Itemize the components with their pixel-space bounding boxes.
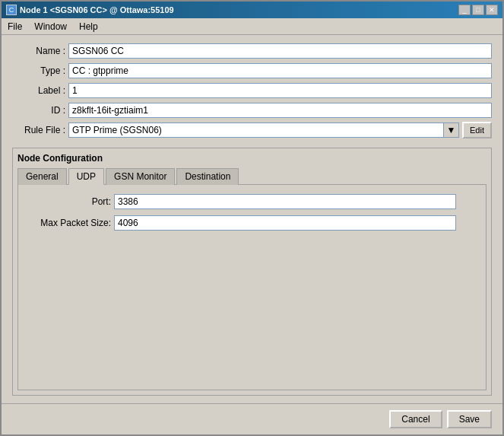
node-config-title: Node Configuration — [17, 153, 487, 164]
menu-help[interactable]: Help — [76, 21, 101, 33]
id-row: ID : — [12, 102, 492, 119]
save-button[interactable]: Save — [447, 410, 492, 428]
label-input[interactable] — [68, 83, 492, 98]
window-title: Node 1 <SGSN06 CC> @ Ottawa:55109 — [20, 5, 174, 14]
rule-file-select[interactable]: GTP Prime (SGSN06) ▼ — [68, 123, 459, 138]
port-label: Port: — [27, 196, 111, 207]
label-label: Label : — [12, 85, 65, 96]
id-label: ID : — [12, 105, 65, 116]
tabs: General UDP GSN Monitor Destination — [17, 168, 487, 185]
port-input[interactable] — [114, 194, 456, 209]
max-packet-label: Max Packet Size: — [27, 218, 111, 228]
menu-file[interactable]: File — [5, 21, 25, 33]
node-config: Node Configuration General UDP GSN Monit… — [12, 148, 492, 396]
tab-gsn-monitor[interactable]: GSN Monitor — [106, 168, 175, 185]
title-bar: C Node 1 <SGSN06 CC> @ Ottawa:55109 _ □ … — [2, 2, 502, 18]
tab-general[interactable]: General — [17, 168, 67, 185]
type-input[interactable] — [68, 63, 492, 78]
tab-udp[interactable]: UDP — [68, 168, 104, 185]
name-input[interactable] — [68, 43, 492, 59]
max-packet-input[interactable] — [114, 215, 456, 231]
cancel-button[interactable]: Cancel — [389, 410, 442, 428]
name-label: Name : — [12, 46, 65, 56]
main-window: C Node 1 <SGSN06 CC> @ Ottawa:55109 _ □ … — [0, 0, 504, 436]
type-row: Type : — [12, 62, 492, 79]
maximize-button[interactable]: □ — [472, 5, 484, 15]
title-buttons: _ □ ✕ — [458, 5, 498, 15]
content-area: Name : Type : Label : ID : Rule File : G… — [2, 35, 502, 403]
tab-destination[interactable]: Destination — [176, 168, 239, 185]
id-input[interactable] — [68, 103, 492, 118]
max-packet-row: Max Packet Size: — [27, 215, 477, 231]
minimize-button[interactable]: _ — [458, 5, 471, 15]
close-button[interactable]: ✕ — [486, 5, 498, 15]
window-icon: C — [6, 5, 17, 15]
rule-file-label: Rule File : — [12, 125, 65, 135]
rule-file-row: Rule File : GTP Prime (SGSN06) ▼ Edit — [12, 122, 492, 138]
menu-bar: File Window Help — [2, 18, 502, 35]
menu-window[interactable]: Window — [31, 21, 70, 33]
name-row: Name : — [12, 43, 492, 59]
tab-content-udp: Port: Max Packet Size: — [17, 184, 487, 390]
label-row: Label : — [12, 82, 492, 99]
rule-file-value: GTP Prime (SGSN06) — [69, 124, 443, 136]
bottom-bar: Cancel Save — [2, 403, 502, 434]
title-bar-left: C Node 1 <SGSN06 CC> @ Ottawa:55109 — [6, 5, 174, 15]
rule-dropdown-button[interactable]: ▼ — [443, 123, 458, 137]
type-label: Type : — [12, 65, 65, 76]
port-row: Port: — [27, 194, 477, 209]
edit-button[interactable]: Edit — [462, 122, 492, 138]
